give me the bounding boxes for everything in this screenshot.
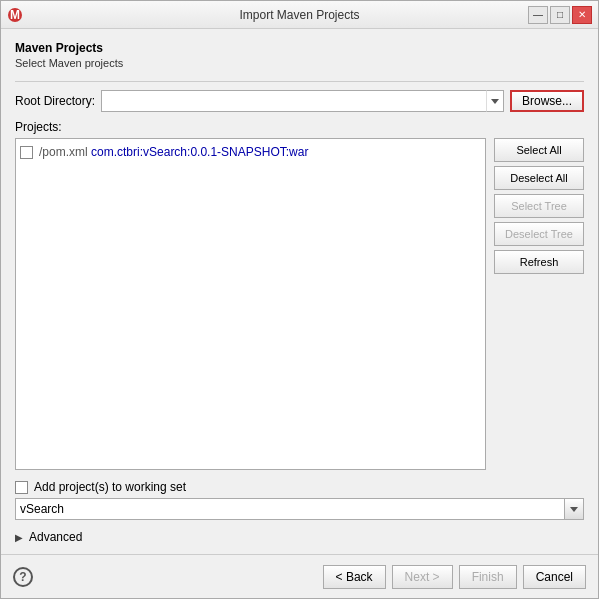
advanced-row[interactable]: ▶ Advanced	[15, 530, 584, 544]
working-set-input[interactable]	[15, 498, 564, 520]
bottom-left: ?	[13, 567, 33, 587]
finish-button[interactable]: Finish	[459, 565, 517, 589]
select-all-button[interactable]: Select All	[494, 138, 584, 162]
svg-text:M: M	[10, 8, 20, 22]
section-header: Maven Projects Select Maven projects	[15, 41, 584, 69]
root-directory-dropdown[interactable]	[486, 90, 504, 112]
project-text: /pom.xml com.ctbri:vSearch:0.0.1-SNAPSHO…	[39, 145, 308, 159]
cancel-button[interactable]: Cancel	[523, 565, 586, 589]
minimize-button[interactable]: —	[528, 6, 548, 24]
working-set-combo-row	[15, 498, 584, 520]
project-checkbox[interactable]	[20, 146, 33, 159]
working-set-dropdown-button[interactable]	[564, 498, 584, 520]
browse-button[interactable]: Browse...	[510, 90, 584, 112]
section-title: Maven Projects	[15, 41, 584, 55]
close-button[interactable]: ✕	[572, 6, 592, 24]
help-button[interactable]: ?	[13, 567, 33, 587]
root-directory-input[interactable]	[101, 90, 486, 112]
working-set-label: Add project(s) to working set	[34, 480, 186, 494]
root-directory-row: Root Directory: Browse...	[15, 90, 584, 112]
svg-marker-3	[570, 507, 578, 512]
select-tree-button[interactable]: Select Tree	[494, 194, 584, 218]
back-button[interactable]: < Back	[323, 565, 386, 589]
projects-buttons: Select All Deselect All Select Tree Dese…	[494, 138, 584, 470]
svg-marker-2	[491, 99, 499, 104]
maven-icon: M	[7, 7, 23, 23]
title-bar-left: M	[7, 7, 23, 23]
list-item: /pom.xml com.ctbri:vSearch:0.0.1-SNAPSHO…	[20, 143, 481, 161]
root-directory-input-wrap	[101, 90, 504, 112]
projects-label: Projects:	[15, 120, 584, 134]
project-id: com.ctbri:vSearch:0.0.1-SNAPSHOT:war	[91, 145, 308, 159]
refresh-button[interactable]: Refresh	[494, 250, 584, 274]
import-maven-dialog: M Import Maven Projects — □ ✕ Maven Proj…	[0, 0, 599, 599]
maximize-button[interactable]: □	[550, 6, 570, 24]
project-path: /pom.xml	[39, 145, 91, 159]
projects-list[interactable]: /pom.xml com.ctbri:vSearch:0.0.1-SNAPSHO…	[15, 138, 486, 470]
deselect-tree-button[interactable]: Deselect Tree	[494, 222, 584, 246]
working-set-row: Add project(s) to working set	[15, 480, 584, 494]
window-title: Import Maven Projects	[239, 8, 359, 22]
bottom-buttons: < Back Next > Finish Cancel	[323, 565, 586, 589]
title-bar-buttons: — □ ✕	[528, 6, 592, 24]
next-button[interactable]: Next >	[392, 565, 453, 589]
bottom-bar: ? < Back Next > Finish Cancel	[1, 554, 598, 598]
working-set-checkbox[interactable]	[15, 481, 28, 494]
title-bar: M Import Maven Projects — □ ✕	[1, 1, 598, 29]
advanced-label: Advanced	[29, 530, 82, 544]
separator	[15, 81, 584, 82]
root-directory-label: Root Directory:	[15, 94, 95, 108]
projects-area: /pom.xml com.ctbri:vSearch:0.0.1-SNAPSHO…	[15, 138, 584, 470]
deselect-all-button[interactable]: Deselect All	[494, 166, 584, 190]
advanced-arrow-icon: ▶	[15, 532, 23, 543]
section-subtitle: Select Maven projects	[15, 57, 584, 69]
main-content: Maven Projects Select Maven projects Roo…	[1, 29, 598, 554]
